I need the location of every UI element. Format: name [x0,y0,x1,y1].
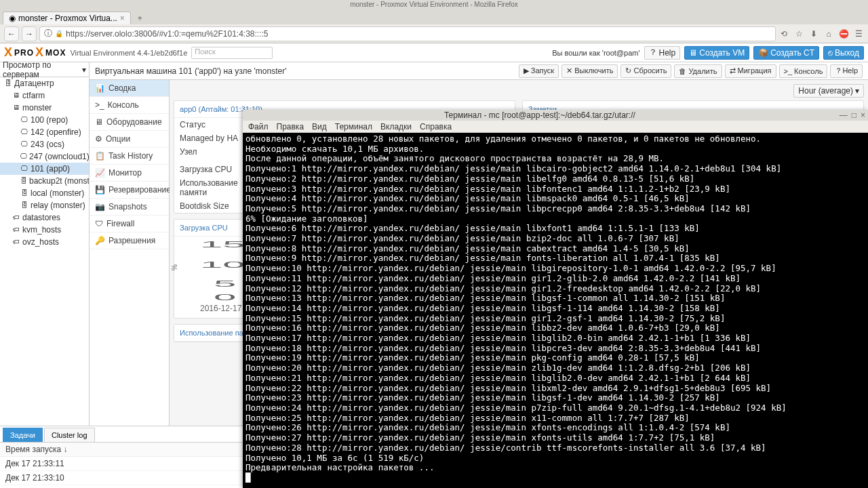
proxmox-logo: X PROXMOX [4,45,66,60]
login-status: Вы вошли как 'root@pam' [552,49,639,57]
abp-icon[interactable]: ⛔ [838,29,849,39]
search-input[interactable]: Поиск [191,47,273,59]
breadcrumb-bar: Виртуальная машина 101 ('app0') на узле … [90,62,868,80]
sidetab[interactable]: 📷Snapshots [90,199,169,216]
tree-item[interactable]: 🖵243 (ocs) [0,138,89,150]
tab-title: monster - Proxmox Virtua... [18,14,117,23]
tree-item[interactable]: 🗄local (monster) [0,187,89,199]
sidetab[interactable]: ⚙Опции [90,131,169,148]
sidetab[interactable]: 🛡Firewall [90,216,169,232]
sidetab[interactable]: >_Консоль [90,97,169,114]
tree-item[interactable]: 🏷kvm_hosts [0,224,89,236]
term-menu-item[interactable]: Терминал [335,122,372,131]
action-button[interactable]: 🗑 Удалить [674,64,722,78]
node-icon: 🖵 [20,152,27,161]
minimize-icon[interactable]: — [840,110,848,120]
terminal-menu: ФайлПравкаВидТерминалВкладкиСправка [243,121,868,133]
node-icon: 🖵 [20,116,28,124]
back-button[interactable]: ← [4,26,19,41]
svg-text:10: 10 [200,260,245,269]
tree-item[interactable]: 🗄Датацентр [0,77,89,89]
sidetab[interactable]: 🔑Разрешения [90,232,169,249]
ct-icon: 📦 [758,48,768,58]
sidetab-icon: 📈 [95,168,105,178]
os-titlebar: monster - Proxmox Virtual Environment - … [0,0,868,9]
tree-view-selector[interactable]: Просмотр по серверам▾ [0,62,89,77]
proxmox-favicon-icon: ◉ [9,14,16,23]
action-button[interactable]: ⇄ Миграция [725,64,776,78]
forward-button: → [22,26,37,41]
create-ct-button[interactable]: 📦Создать CT [753,46,819,60]
time-range-select[interactable]: Hour (average) ▾ [793,84,864,98]
term-menu-item[interactable]: Вид [312,122,327,131]
sidetab-icon: 📋 [95,151,105,161]
terminal-titlebar[interactable]: Терминал - mc [root@app-test]:~/deb64.ta… [243,110,868,121]
sidetab[interactable]: 📈Монитор [90,165,169,182]
sidetab[interactable]: 📊Сводка [90,80,169,97]
menu-icon[interactable]: ☰ [853,29,864,39]
close-icon[interactable]: × [861,110,865,120]
tree-item[interactable]: 🖵100 (repo) [0,114,89,126]
maximize-icon[interactable]: □ [852,110,856,120]
action-button[interactable]: ▶ Запуск [519,64,559,78]
chevron-down-icon: ▾ [855,86,859,96]
tree-item[interactable]: 🏷ovz_hosts [0,236,89,248]
close-icon[interactable]: × [120,14,125,23]
logout-icon: ⎋ [828,48,833,58]
action-button[interactable]: >_ Консоль [779,64,828,78]
new-tab-button[interactable]: + [132,12,148,24]
sidetab[interactable]: 📋Task History [90,148,169,165]
chevron-down-icon: ▾ [82,65,86,75]
url-text: https://server.ololo:38006/#v1:0:=qemu%2… [66,29,269,39]
tab-tasks[interactable]: Задачи [3,428,43,442]
help-icon: ？ [649,47,657,58]
node-icon: 🖵 [20,165,28,173]
lock-icon: 🔒 [55,30,63,37]
url-bar[interactable]: ⓘ 🔒 https://server.ololo:38006/#v1:0:=qe… [39,26,776,41]
firefox-tab[interactable]: ◉ monster - Proxmox Virtua... × [3,12,131,24]
sidetab-icon: 🛡 [95,219,103,228]
node-icon: 🗄 [20,177,27,185]
sidetab-icon: >_ [95,100,104,110]
sidetab-icon: 💾 [95,185,105,195]
reload-icon[interactable]: ⟲ [778,29,789,39]
tree-item[interactable]: 🖵247 (owncloud1) [0,150,89,163]
star-icon[interactable]: ☆ [793,29,804,39]
logout-button[interactable]: ⎋Выход [823,46,864,60]
node-icon: 🏷 [12,214,20,222]
tree-item[interactable]: 🏷datastores [0,211,89,224]
node-icon: 🖥 [12,92,20,100]
tree-item[interactable]: 🖵101 (app0) [0,163,89,175]
term-menu-item[interactable]: Справка [420,122,452,131]
svg-text:5: 5 [214,279,236,288]
action-button[interactable]: ？Help [830,64,863,78]
tree-item[interactable]: 🖵142 (openfire) [0,126,89,138]
download-icon[interactable]: ⬇ [808,29,819,39]
action-button[interactable]: ✕ Выключить [561,64,618,78]
node-icon: 🖥 [12,104,20,112]
home-icon[interactable]: ⌂ [823,29,834,39]
create-vm-button[interactable]: 🖥Создать VM [684,46,749,60]
col-header[interactable]: Время запуска ↓ [0,443,250,457]
node-icon: 🗄 [20,201,28,209]
sidetab[interactable]: 🖥Оборудование [90,114,169,131]
node-icon: 🏷 [12,238,20,246]
tree-item[interactable]: 🖥ctfarm [0,89,89,102]
action-button[interactable]: ↻ Сбросить [620,64,671,78]
node-icon: 🗄 [20,189,28,197]
term-menu-item[interactable]: Вкладки [380,122,412,131]
firefox-toolbar: ← → ⓘ 🔒 https://server.ololo:38006/#v1:0… [0,24,868,43]
term-menu-item[interactable]: Файл [248,122,269,131]
sidetab[interactable]: 💾Резервирование [90,182,169,199]
tree-item[interactable]: 🗄backup2t (monster) [0,175,89,187]
tree-item[interactable]: 🗄relay (monster) [0,199,89,211]
info-icon: ⓘ [44,28,52,39]
help-button[interactable]: ？Help [644,46,681,60]
node-icon: 🏷 [12,226,20,234]
tree-item[interactable]: 🖥monster [0,102,89,114]
term-menu-item[interactable]: Правка [277,122,304,131]
terminal-output[interactable]: обновлено 0, установлено 28 новых пакето… [243,133,868,488]
logo-x-icon: X [4,45,13,60]
tab-cluster-log[interactable]: Cluster log [44,428,95,442]
terminal-title: Терминал - mc [root@app-test]:~/deb64.ta… [243,110,837,120]
